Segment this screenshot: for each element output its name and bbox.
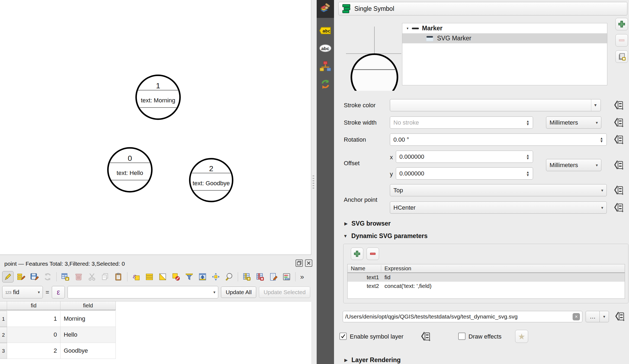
clear-path-icon[interactable]: × xyxy=(573,313,580,320)
rotation-input[interactable]: 0.00 ° ▲▼ xyxy=(390,134,607,146)
data-defined-override-button[interactable] xyxy=(613,100,625,111)
offset-unit-combo[interactable]: Millimeters ▾ xyxy=(546,159,601,171)
grid-cell-field[interactable]: Goodbye xyxy=(60,343,116,359)
enable-symbol-layer-checkbox[interactable] xyxy=(339,333,347,340)
grid-cell-fid[interactable]: 0 xyxy=(7,327,60,343)
delete-selected-button[interactable] xyxy=(73,271,84,282)
save-icon xyxy=(30,272,39,281)
anchor-vertical-combo[interactable]: Top ▾ xyxy=(390,184,607,196)
dynamic-svg-section-header[interactable]: ▼ Dynamic SVG parameters xyxy=(343,232,428,240)
stroke-width-unit-combo[interactable]: Millimeters ▾ xyxy=(546,116,601,129)
close-window-button[interactable] xyxy=(305,259,312,267)
add-feature-button[interactable] xyxy=(60,271,71,282)
offset-x-label: x xyxy=(390,154,393,161)
save-edits-button[interactable] xyxy=(29,271,40,282)
name-column-header[interactable]: Name xyxy=(348,265,381,272)
select-by-expression-button[interactable]: ε xyxy=(130,271,142,282)
svg-browser-section-header[interactable]: ▶ SVG browser xyxy=(344,220,391,227)
chevron-down-icon[interactable]: ▼ xyxy=(591,99,597,111)
grid-cell-field[interactable]: Hello xyxy=(60,327,116,343)
column-header-field[interactable]: field xyxy=(60,301,116,310)
duplicate-symbol-layer-button[interactable] xyxy=(615,50,628,63)
deselect-all-button[interactable] xyxy=(170,271,182,282)
update-all-button[interactable]: Update All xyxy=(221,287,256,298)
data-defined-override-button[interactable] xyxy=(613,117,625,128)
symbol-preview xyxy=(339,19,401,91)
expression-builder-button[interactable]: ε xyxy=(52,286,65,298)
field-calculator-button[interactable] xyxy=(281,271,292,282)
vertical-splitter-handle[interactable] xyxy=(313,174,314,189)
remove-parameter-button[interactable] xyxy=(367,248,379,260)
restore-window-icon xyxy=(297,261,301,265)
tab-symbology[interactable] xyxy=(317,0,334,18)
tree-expanded-icon[interactable]: ▾ xyxy=(407,26,409,30)
browse-button[interactable]: … xyxy=(586,311,600,322)
spin-down-icon[interactable]: ▼ xyxy=(526,123,529,126)
zoom-to-selection-button[interactable] xyxy=(223,271,235,282)
copy-button[interactable] xyxy=(100,271,111,282)
multiedit-button[interactable] xyxy=(15,271,27,282)
offset-y-input[interactable]: 0.000000 ▲▼ xyxy=(396,167,533,180)
customize-effects-button[interactable]: ★ xyxy=(515,330,528,343)
chevron-down-icon[interactable]: ▾ xyxy=(600,311,609,322)
offset-x-input[interactable]: 0.000000 ▲▼ xyxy=(396,151,533,163)
remove-symbol-layer-button[interactable] xyxy=(615,34,628,47)
column-header-fid[interactable]: fid xyxy=(7,301,60,310)
grid-cell-fid[interactable]: 1 xyxy=(7,311,60,327)
spin-down-icon[interactable]: ▼ xyxy=(526,157,529,160)
cut-button[interactable] xyxy=(86,271,98,282)
plus-icon xyxy=(354,250,361,257)
spin-down-icon[interactable]: ▼ xyxy=(600,140,603,143)
row-number[interactable]: 3 xyxy=(0,343,7,359)
add-symbol-layer-button[interactable] xyxy=(615,18,628,30)
paste-button[interactable] xyxy=(113,271,124,282)
stroke-color-button[interactable]: ▼ xyxy=(390,99,601,111)
delete-field-button[interactable] xyxy=(254,271,266,282)
data-defined-override-button[interactable] xyxy=(613,160,625,171)
tab-labels[interactable]: abc xyxy=(317,22,334,40)
renderer-header[interactable]: Single Symbol xyxy=(338,2,627,15)
data-defined-override-button[interactable] xyxy=(420,331,432,342)
toggle-editing-button[interactable] xyxy=(2,271,14,282)
spin-down-icon[interactable]: ▼ xyxy=(526,174,529,177)
parameter-row[interactable]: text2 concat('text: ',field) xyxy=(348,282,625,290)
reload-table-button[interactable] xyxy=(42,271,53,282)
parameter-row[interactable]: text1 fid xyxy=(348,273,625,282)
expression-input[interactable]: ▾ xyxy=(68,286,218,298)
toolbar-overflow-button[interactable]: » xyxy=(299,273,306,281)
tree-item-svg-marker[interactable]: SVG Marker xyxy=(402,33,607,43)
add-parameter-button[interactable] xyxy=(351,248,363,260)
row-number[interactable]: 1 xyxy=(0,311,7,327)
tree-item-marker[interactable]: ▾ Marker xyxy=(402,23,607,33)
filter-select-button[interactable] xyxy=(184,271,195,282)
update-selected-button[interactable]: Update Selected xyxy=(259,287,310,298)
data-defined-override-button[interactable] xyxy=(613,134,625,145)
tab-masks[interactable]: abc xyxy=(317,39,334,57)
grid-cell-fid[interactable]: 2 xyxy=(7,343,60,359)
grid-cell-field[interactable]: Morning xyxy=(60,311,116,327)
undock-window-button[interactable] xyxy=(296,259,303,267)
select-all-button[interactable] xyxy=(144,271,155,282)
draw-effects-checkbox[interactable] xyxy=(458,333,466,340)
map-canvas[interactable]: 1 text: Morning 0 text: Hello 2 text: Go… xyxy=(0,0,311,255)
symbology-icon xyxy=(319,3,332,15)
row-number[interactable]: 2 xyxy=(0,327,7,343)
edit-fields-button[interactable] xyxy=(268,271,279,282)
data-defined-override-button[interactable] xyxy=(613,202,625,213)
invert-selection-button[interactable] xyxy=(157,271,168,282)
move-selection-to-top-button[interactable] xyxy=(197,271,208,282)
data-defined-override-button[interactable] xyxy=(613,185,625,196)
expression-column-header[interactable]: Expression xyxy=(381,265,411,272)
field-selector-combo[interactable]: 123 fid ▾ xyxy=(2,286,43,298)
svg-file-path-input[interactable]: /Users/denis/opt/qgis/QGIS/tests/testdat… xyxy=(343,311,582,322)
tab-history[interactable] xyxy=(317,75,334,93)
tab-styles[interactable] xyxy=(317,57,334,75)
corner-header[interactable] xyxy=(0,301,7,310)
data-defined-override-button[interactable] xyxy=(614,311,626,322)
qgis-window: 1 text: Morning 0 text: Hello 2 text: Go… xyxy=(0,0,629,364)
anchor-horizontal-combo[interactable]: HCenter ▾ xyxy=(390,202,607,214)
layer-rendering-section-header[interactable]: ▶ Layer Rendering xyxy=(344,356,401,364)
pan-to-selection-button[interactable] xyxy=(210,271,222,282)
stroke-width-input[interactable]: No stroke ▲▼ xyxy=(390,116,533,129)
new-field-button[interactable] xyxy=(241,271,252,282)
